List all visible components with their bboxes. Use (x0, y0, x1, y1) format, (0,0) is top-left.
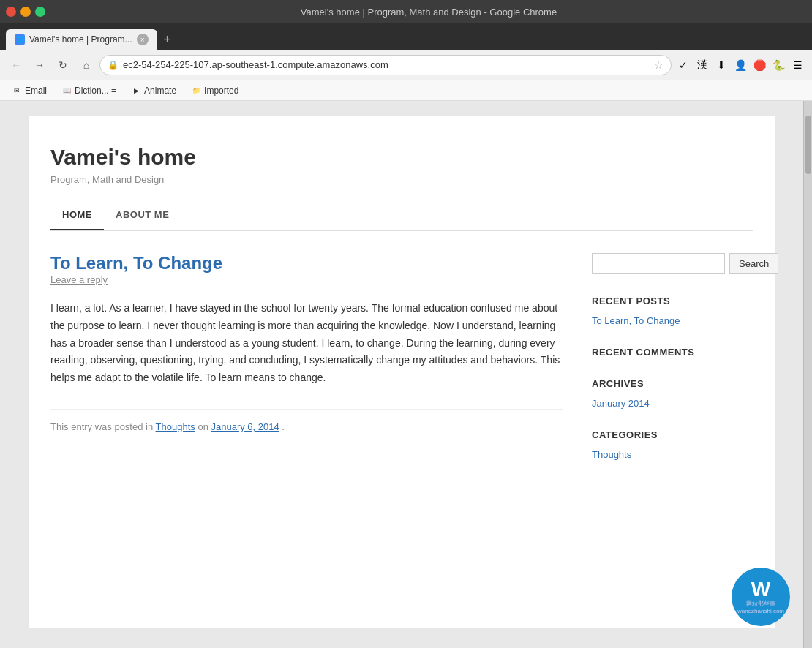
nav-item-home[interactable]: HOME (50, 200, 104, 230)
toolbar: ← → ↻ ⌂ 🔒 ec2-54-254-225-107.ap-southeas… (0, 50, 812, 80)
window-title: Vamei's home | Program, Math and Design … (51, 7, 806, 18)
archives-heading: ARCHIVES (592, 378, 753, 389)
active-tab[interactable]: 🌐 Vamei's home | Program... × (6, 29, 157, 50)
home-button[interactable]: ⌂ (76, 55, 97, 75)
toolbar-actions: ✓ 漢 ⬇ 👤 🛑 🐍 ☰ (674, 56, 806, 74)
archive-link-0[interactable]: January 2014 (592, 398, 753, 409)
sidebar-archives: ARCHIVES January 2014 (592, 378, 753, 409)
nav-item-about[interactable]: ABOUT ME (104, 200, 181, 230)
bookmark-star-icon[interactable]: ☆ (654, 59, 663, 71)
tab-close-button[interactable]: × (137, 34, 149, 45)
lock-icon: 🔒 (108, 60, 119, 70)
chrome-window: Vamei's home | Program, Math and Design … (0, 0, 812, 648)
bookmark-imported[interactable]: 📁 Imported (185, 84, 244, 97)
bookmark-email-label: Email (25, 86, 47, 96)
email-favicon: ✉ (12, 86, 22, 96)
watermark-url: wangzhanshi.com (737, 608, 784, 614)
nav-link-about[interactable]: ABOUT ME (104, 200, 181, 229)
refresh-button[interactable]: ↻ (53, 55, 73, 75)
post-footer-on: on (198, 421, 208, 432)
post-category-link[interactable]: Thoughts (156, 421, 195, 432)
page-content: Vamei's home Program, Math and Design HO… (0, 101, 803, 648)
forward-button[interactable]: → (29, 55, 50, 75)
title-bar: Vamei's home | Program, Math and Design … (0, 0, 812, 23)
main-content: To Learn, To Change Leave a reply I lear… (50, 253, 563, 481)
post-body: I learn, a lot. As a learner, I have sta… (50, 300, 563, 387)
close-window-button[interactable] (6, 7, 16, 17)
back-button[interactable]: ← (6, 55, 26, 75)
search-input[interactable] (592, 253, 725, 274)
page-area: Vamei's home Program, Math and Design HO… (0, 101, 812, 648)
sidebar-recent-posts: RECENT POSTS To Learn, To Change (592, 295, 753, 326)
bookmark-animate-label: Animate (144, 86, 176, 96)
site-wrapper: Vamei's home Program, Math and Design HO… (29, 116, 775, 628)
post-footer-prefix: This entry was posted in (50, 421, 153, 432)
bookmark-imported-label: Imported (204, 86, 238, 96)
tab-bar: 🌐 Vamei's home | Program... × + (0, 23, 812, 50)
sidebar: Search RECENT POSTS To Learn, To Change … (592, 253, 753, 481)
site-tagline: Program, Math and Design (50, 174, 753, 185)
bookmarks-bar: ✉ Email 📖 Diction... = ▶ Animate 📁 Impor… (0, 80, 812, 101)
scrollbar-thumb[interactable] (805, 116, 811, 174)
watermark-chinese: 网站那些事 (746, 600, 775, 608)
kanji-icon[interactable]: 漢 (693, 56, 711, 74)
leave-reply-link[interactable]: Leave a reply (50, 274, 108, 285)
minimize-window-button[interactable] (20, 7, 31, 17)
recent-posts-heading: RECENT POSTS (592, 295, 753, 306)
watermark-letter: W (751, 579, 770, 600)
post-title-link[interactable]: To Learn, To Change (50, 253, 222, 273)
nav-link-home[interactable]: HOME (50, 200, 104, 230)
new-tab-button[interactable]: + (157, 29, 178, 50)
download-icon[interactable]: ⬇ (713, 56, 730, 74)
diction-favicon: 📖 (61, 86, 72, 96)
bookmark-diction[interactable]: 📖 Diction... = (56, 84, 122, 97)
bookmark-email[interactable]: ✉ Email (6, 84, 53, 97)
post-article: To Learn, To Change Leave a reply I lear… (50, 253, 563, 432)
site-title: Vamei's home (50, 145, 753, 170)
main-layout: To Learn, To Change Leave a reply I lear… (50, 253, 753, 481)
post-meta: Leave a reply (50, 274, 563, 285)
search-form: Search (592, 253, 753, 274)
bookmark-diction-label: Diction... = (75, 86, 116, 96)
scrollbar[interactable] (803, 101, 812, 648)
watermark: W 网站那些事 wangzhanshi.com (732, 568, 790, 626)
address-bar[interactable]: 🔒 ec2-54-254-225-107.ap-southeast-1.comp… (99, 55, 672, 75)
imported-favicon: 📁 (191, 86, 201, 96)
sidebar-recent-comments: RECENT COMMENTS (592, 347, 753, 358)
maximize-window-button[interactable] (35, 7, 45, 17)
bookmark-animate[interactable]: ▶ Animate (125, 84, 182, 97)
menu-icon[interactable]: ☰ (789, 56, 806, 74)
stop-icon[interactable]: 🛑 (751, 56, 768, 74)
python-icon[interactable]: 🐍 (770, 56, 787, 74)
window-controls (6, 7, 45, 17)
site-header: Vamei's home Program, Math and Design (50, 145, 753, 200)
sidebar-search: Search (592, 253, 753, 274)
category-link-0[interactable]: Thoughts (592, 449, 753, 460)
tab-title: Vamei's home | Program... (29, 34, 132, 45)
nav-menu: HOME ABOUT ME (50, 200, 753, 230)
recent-comments-heading: RECENT COMMENTS (592, 347, 753, 358)
avatar-icon[interactable]: 👤 (732, 56, 749, 74)
categories-heading: CATEGORIES (592, 429, 753, 440)
search-button[interactable]: Search (729, 253, 778, 274)
animate-favicon: ▶ (131, 86, 141, 96)
extensions-icon[interactable]: ✓ (674, 56, 692, 74)
post-date-link[interactable]: January 6, 2014 (211, 421, 279, 432)
recent-post-link-0[interactable]: To Learn, To Change (592, 315, 753, 326)
address-text: ec2-54-254-225-107.ap-southeast-1.comput… (123, 59, 650, 70)
post-footer-suffix: . (282, 421, 285, 432)
site-nav: HOME ABOUT ME (50, 200, 753, 231)
tab-favicon: 🌐 (15, 34, 25, 45)
post-footer: This entry was posted in Thoughts on Jan… (50, 409, 563, 432)
sidebar-categories: CATEGORIES Thoughts (592, 429, 753, 460)
